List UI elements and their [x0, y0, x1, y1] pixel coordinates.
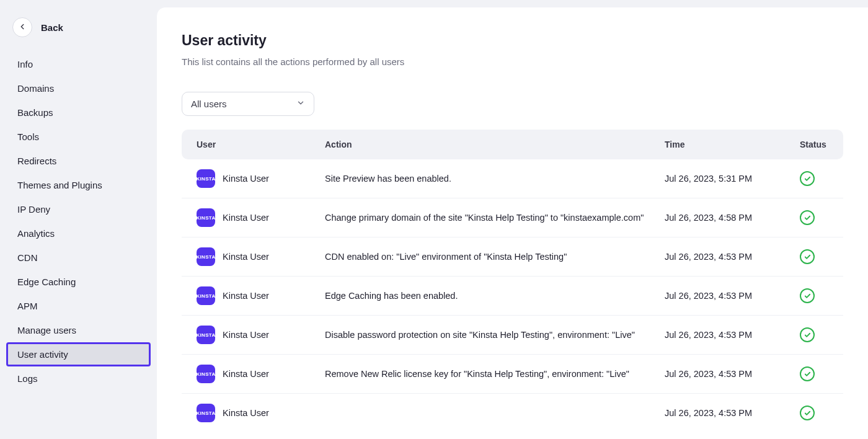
user-name: Kinsta User — [223, 213, 269, 223]
sidebar-item-apm[interactable]: APM — [6, 294, 151, 318]
success-check-icon — [800, 366, 815, 381]
user-cell: KINSTAKinsta User — [197, 247, 325, 266]
user-cell: KINSTAKinsta User — [197, 286, 325, 305]
action-cell: Remove New Relic license key for "Kinsta… — [325, 369, 665, 379]
table-row: KINSTAKinsta UserDisable password protec… — [182, 316, 843, 355]
sidebar-item-manage-users[interactable]: Manage users — [6, 318, 151, 342]
sidebar-item-edge-caching[interactable]: Edge Caching — [6, 270, 151, 294]
user-name: Kinsta User — [223, 174, 269, 184]
sidebar-item-redirects[interactable]: Redirects — [6, 149, 151, 173]
time-cell: Jul 26, 2023, 5:31 PM — [665, 174, 800, 184]
nav-list: InfoDomainsBackupsToolsRedirectsThemes a… — [6, 52, 151, 391]
col-header-status: Status — [800, 140, 828, 149]
table-body: KINSTAKinsta UserSite Preview has been e… — [182, 159, 843, 432]
avatar: KINSTA — [197, 404, 215, 422]
status-cell — [800, 406, 828, 420]
action-cell: CDN enabled on: "Live" environment of "K… — [325, 252, 665, 262]
user-cell: KINSTAKinsta User — [197, 404, 325, 422]
page-title: User activity — [182, 32, 843, 49]
status-cell — [800, 288, 828, 303]
sidebar-item-label: User activity — [17, 349, 68, 360]
avatar: KINSTA — [197, 247, 215, 266]
action-cell: Edge Caching has been enabled. — [325, 291, 665, 301]
user-name: Kinsta User — [223, 330, 269, 340]
sidebar-item-ip-deny[interactable]: IP Deny — [6, 197, 151, 221]
avatar: KINSTA — [197, 169, 215, 188]
status-cell — [800, 210, 828, 225]
time-cell: Jul 26, 2023, 4:53 PM — [665, 330, 800, 340]
table-row: KINSTAKinsta UserCDN enabled on: "Live" … — [182, 237, 843, 277]
page-subtitle: This list contains all the actions perfo… — [182, 56, 843, 67]
time-cell: Jul 26, 2023, 4:53 PM — [665, 369, 800, 379]
status-cell — [800, 366, 828, 381]
sidebar-item-analytics[interactable]: Analytics — [6, 221, 151, 246]
sidebar-item-logs[interactable]: Logs — [6, 366, 151, 391]
success-check-icon — [800, 288, 815, 303]
table-row: KINSTAKinsta UserChange primary domain o… — [182, 198, 843, 237]
time-cell: Jul 26, 2023, 4:58 PM — [665, 213, 800, 223]
sidebar-item-label: Redirects — [17, 156, 56, 166]
table-row: KINSTAKinsta UserRemove New Relic licens… — [182, 355, 843, 394]
user-filter-value: All users — [191, 99, 227, 109]
action-cell: Disable password protection on site "Kin… — [325, 330, 665, 340]
user-name: Kinsta User — [223, 369, 269, 379]
sidebar-item-domains[interactable]: Domains — [6, 76, 151, 100]
time-cell: Jul 26, 2023, 4:53 PM — [665, 252, 800, 262]
sidebar-item-label: APM — [17, 301, 38, 311]
table-header: User Action Time Status — [182, 130, 843, 159]
user-cell: KINSTAKinsta User — [197, 326, 325, 344]
sidebar-item-tools[interactable]: Tools — [6, 125, 151, 149]
avatar: KINSTA — [197, 326, 215, 344]
back-row: Back — [6, 12, 151, 52]
time-cell: Jul 26, 2023, 4:53 PM — [665, 408, 800, 418]
user-cell: KINSTAKinsta User — [197, 169, 325, 188]
sidebar-item-themes-and-plugins[interactable]: Themes and Plugins — [6, 173, 151, 197]
sidebar-item-cdn[interactable]: CDN — [6, 246, 151, 270]
success-check-icon — [800, 171, 815, 186]
sidebar-item-label: Domains — [17, 83, 54, 94]
back-label: Back — [41, 22, 63, 33]
success-check-icon — [800, 210, 815, 225]
avatar: KINSTA — [197, 208, 215, 227]
col-header-user: User — [197, 140, 325, 149]
sidebar-item-label: Info — [17, 59, 33, 69]
main-panel: User activity This list contains all the… — [157, 7, 868, 439]
table-row: KINSTAKinsta UserEdge Caching has been e… — [182, 277, 843, 316]
table-row: KINSTAKinsta UserSite Preview has been e… — [182, 159, 843, 198]
user-name: Kinsta User — [223, 252, 269, 262]
user-cell: KINSTAKinsta User — [197, 365, 325, 383]
success-check-icon — [800, 406, 815, 420]
col-header-time: Time — [665, 140, 800, 149]
chevron-down-icon — [296, 99, 305, 109]
table-row: KINSTAKinsta UserJul 26, 2023, 4:53 PM — [182, 394, 843, 432]
sidebar: Back InfoDomainsBackupsToolsRedirectsThe… — [0, 0, 157, 439]
sidebar-item-label: Themes and Plugins — [17, 180, 102, 190]
avatar: KINSTA — [197, 286, 215, 305]
user-filter-select[interactable]: All users — [182, 92, 314, 116]
sidebar-item-label: CDN — [17, 252, 38, 263]
activity-table: User Action Time Status KINSTAKinsta Use… — [182, 130, 843, 432]
success-check-icon — [800, 327, 815, 342]
sidebar-item-label: Manage users — [17, 325, 76, 335]
back-button[interactable] — [12, 17, 32, 37]
user-name: Kinsta User — [223, 291, 269, 301]
sidebar-item-info[interactable]: Info — [6, 52, 151, 76]
user-name: Kinsta User — [223, 408, 269, 418]
action-cell: Site Preview has been enabled. — [325, 174, 665, 184]
sidebar-item-label: IP Deny — [17, 204, 50, 215]
sidebar-item-label: Analytics — [17, 228, 55, 239]
sidebar-item-label: Edge Caching — [17, 277, 76, 287]
col-header-action: Action — [325, 140, 665, 149]
sidebar-item-label: Logs — [17, 373, 38, 384]
sidebar-item-user-activity[interactable]: User activity — [6, 342, 151, 366]
sidebar-item-label: Backups — [17, 107, 53, 118]
sidebar-item-backups[interactable]: Backups — [6, 100, 151, 125]
success-check-icon — [800, 249, 815, 264]
avatar: KINSTA — [197, 365, 215, 383]
user-cell: KINSTAKinsta User — [197, 208, 325, 227]
action-cell: Change primary domain of the site "Kinst… — [325, 213, 665, 223]
status-cell — [800, 249, 828, 264]
time-cell: Jul 26, 2023, 4:53 PM — [665, 291, 800, 301]
sidebar-item-label: Tools — [17, 131, 39, 142]
arrow-left-icon — [18, 22, 27, 33]
